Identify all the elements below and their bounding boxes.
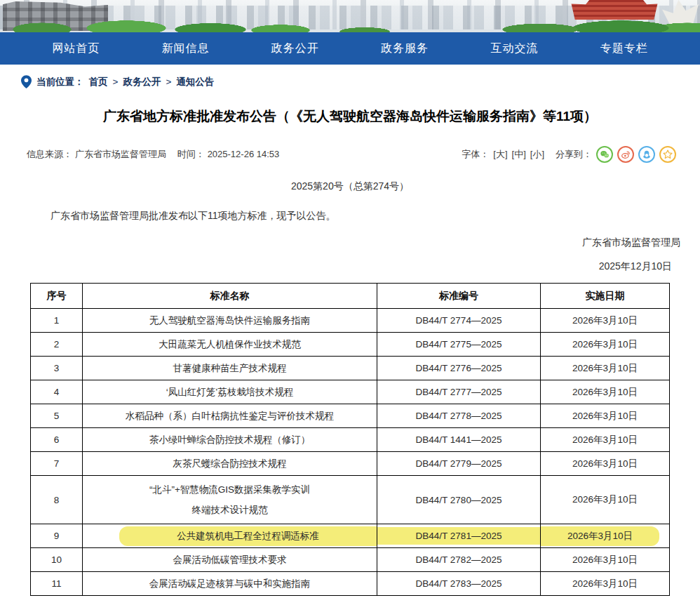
cell-seq: 1 [31, 309, 83, 333]
page-title: 广东省地方标准批准发布公告（《无人驾驶航空器海岛快件运输服务指南》等11项） [42, 107, 658, 126]
body-paragraph: 广东省市场监督管理局批准发布以下11项地方标准，现予以公告。 [31, 210, 669, 222]
cell-seq: 3 [31, 357, 83, 380]
breadcrumb-gov-disclosure[interactable]: 政务公开 [123, 76, 161, 88]
cell-standard-code: DB44/T 2775—2025 [377, 333, 541, 357]
time-label: 时间： [177, 149, 205, 159]
cell-standard-name: 灰茶尺蠖综合防控技术规程 [83, 452, 377, 476]
cell-standard-name: 甘薯健康种苗生产技术规程 [83, 357, 377, 380]
cell-seq: 10 [31, 548, 83, 572]
time-value: 2025-12-26 14:53 [208, 149, 280, 159]
highlight-band: 公共建筑机电工程全过程调适标准 [119, 526, 377, 546]
trees-graphic [0, 15, 700, 32]
table-row: 7 灰茶尺蠖综合防控技术规程 DB44/T 2779—2025 2026年3月1… [31, 452, 670, 476]
share-qq-icon[interactable] [638, 146, 655, 163]
nav-item-interaction[interactable]: 互动交流 [490, 41, 538, 56]
cell-seq: 4 [31, 380, 83, 404]
breadcrumb-notices[interactable]: 通知公告 [176, 76, 214, 88]
cell-standard-name: 会展活动碳足迹核算与碳中和实施指南 [83, 572, 377, 596]
table-row: 8 “北斗”+智慧物流GIS数据采集教学实训 终端技术设计规范 DB44/T 2… [31, 476, 670, 524]
cell-implementation-date: 2026年3月10日 [541, 309, 670, 333]
nav-item-special-columns[interactable]: 专题专栏 [600, 41, 648, 56]
table-row: 2 大田蔬菜无人机植保作业技术规范 DB44/T 2775—2025 2026年… [31, 333, 670, 357]
cell-implementation-date: 2026年3月10日 [541, 380, 670, 404]
cell-implementation-date: 2026年3月10日 [541, 476, 670, 524]
table-row: 5 水稻品种（系）白叶枯病抗性鉴定与评价技术规程 DB44/T 2778—202… [31, 404, 670, 428]
cell-seq: 11 [31, 572, 83, 596]
font-and-share-controls: 字体： [大] [中] [小] 分享到： [462, 146, 676, 163]
breadcrumb: 当前位置： 首页 > 政务公开 > 通知公告 [21, 75, 700, 88]
font-size-label: 字体： [462, 148, 489, 161]
table-row-highlighted: 9 公共建筑机电工程全过程调适标准 DB44/T 2781—2025 2026年… [31, 524, 670, 548]
cell-seq: 5 [31, 404, 83, 428]
cell-standard-code: DB44/T 2778—2025 [377, 404, 541, 428]
cell-standard-code: DB44/T 2780—2025 [377, 476, 541, 524]
cell-standard-code: DB44/T 2777—2025 [377, 380, 541, 404]
share-label: 分享到： [556, 148, 592, 161]
cell-seq: 2 [31, 333, 83, 357]
cell-implementation-date: 2026年3月10日 [541, 357, 670, 380]
article-source-time: 信息来源：广东省市场监督管理局 时间：2025-12-26 14:53 [27, 148, 282, 161]
cell-standard-code: DB44/T 2782—2025 [377, 548, 541, 572]
source-label: 信息来源： [27, 149, 72, 159]
table-header-row: 序号 标准名称 标准编号 实施日期 [31, 284, 670, 309]
cell-implementation-date: 2026年3月10日 [541, 524, 670, 548]
highlight-band: DB44/T 2781—2025 [376, 527, 541, 545]
share-weibo-icon[interactable] [617, 146, 634, 163]
table-row: 6 茶小绿叶蝉综合防控技术规程（修订） DB44/T 1441—2025 202… [31, 428, 670, 452]
nav-item-gov-disclosure[interactable]: 政务公开 [271, 41, 319, 56]
cell-seq: 6 [31, 428, 83, 452]
article-meta-row: 信息来源：广东省市场监督管理局 时间：2025-12-26 14:53 字体： … [27, 146, 676, 163]
cell-standard-name: 公共建筑机电工程全过程调适标准 [83, 524, 377, 548]
header-implementation-date: 实施日期 [541, 284, 670, 309]
document-number: 2025第20号（总第274号） [0, 180, 700, 193]
signature-date: 2025年12月10日 [0, 260, 672, 273]
nav-item-home[interactable]: 网站首页 [52, 41, 100, 56]
breadcrumb-separator: > [113, 77, 119, 87]
table-row: 1 无人驾驶航空器海岛快件运输服务指南 DB44/T 2774—2025 202… [31, 309, 670, 333]
header-banner-image [0, 0, 700, 32]
highlight-band: 2026年3月10日 [541, 526, 659, 546]
cell-standard-name: 无人驾驶航空器海岛快件运输服务指南 [83, 309, 377, 333]
cell-seq: 9 [31, 524, 83, 548]
location-pin-icon [21, 75, 32, 88]
signature-agency: 广东省市场监督管理局 [0, 237, 680, 249]
font-size-large-button[interactable]: [大] [493, 148, 507, 161]
table-row: 10 会展活动低碳管理技术要求 DB44/T 2782—2025 2026年3月… [31, 548, 670, 572]
cell-seq: 7 [31, 452, 83, 476]
cell-standard-code: DB44/T 2774—2025 [377, 309, 541, 333]
share-wechat-icon[interactable] [596, 146, 613, 163]
cell-implementation-date: 2026年3月10日 [541, 452, 670, 476]
share-qzone-icon[interactable] [659, 146, 676, 163]
table-row: 3 甘薯健康种苗生产技术规程 DB44/T 2776—2025 2026年3月1… [31, 357, 670, 380]
header-standard-code: 标准编号 [377, 284, 541, 309]
cell-standard-name: “北斗”+智慧物流GIS数据采集教学实训 终端技术设计规范 [83, 476, 377, 524]
cell-standard-code: DB44/T 1441—2025 [377, 428, 541, 452]
cell-standard-name: 水稻品种（系）白叶枯病抗性鉴定与评价技术规程 [83, 404, 377, 428]
cell-standard-name: 茶小绿叶蝉综合防控技术规程（修订） [83, 428, 377, 452]
cell-implementation-date: 2026年3月10日 [541, 404, 670, 428]
standards-table: 序号 标准名称 标准编号 实施日期 1 无人驾驶航空器海岛快件运输服务指南 DB… [30, 283, 670, 596]
cell-standard-name: 会展活动低碳管理技术要求 [83, 548, 377, 572]
cell-standard-code: DB44/T 2783—2025 [377, 572, 541, 596]
cell-standard-name: ‘凤山红灯笼’荔枝栽培技术规程 [83, 380, 377, 404]
header-standard-name: 标准名称 [83, 284, 377, 309]
font-size-medium-button[interactable]: [中] [512, 148, 526, 161]
cell-standard-code: DB44/T 2779—2025 [377, 452, 541, 476]
cell-standard-code: DB44/T 2776—2025 [377, 357, 541, 380]
nav-item-news[interactable]: 新闻信息 [161, 41, 209, 56]
breadcrumb-separator: > [166, 77, 171, 87]
cell-implementation-date: 2026年3月10日 [541, 548, 670, 572]
table-row: 4 ‘凤山红灯笼’荔枝栽培技术规程 DB44/T 2777—2025 2026年… [31, 380, 670, 404]
nav-item-gov-services[interactable]: 政务服务 [381, 41, 429, 56]
cell-implementation-date: 2026年3月10日 [541, 333, 670, 357]
breadcrumb-home[interactable]: 首页 [89, 76, 108, 88]
table-row: 11 会展活动碳足迹核算与碳中和实施指南 DB44/T 2783—2025 20… [31, 572, 670, 596]
header-seq: 序号 [31, 284, 83, 309]
cell-implementation-date: 2026年3月10日 [541, 428, 670, 452]
main-navigation: 网站首页 新闻信息 政务公开 政务服务 互动交流 专题专栏 [0, 32, 700, 65]
source-value: 广东省市场监督管理局 [75, 149, 166, 159]
cell-seq: 8 [31, 476, 83, 524]
cell-standard-name: 大田蔬菜无人机植保作业技术规范 [83, 333, 377, 357]
breadcrumb-label: 当前位置： [36, 76, 84, 88]
font-size-small-button[interactable]: [小] [530, 148, 544, 161]
